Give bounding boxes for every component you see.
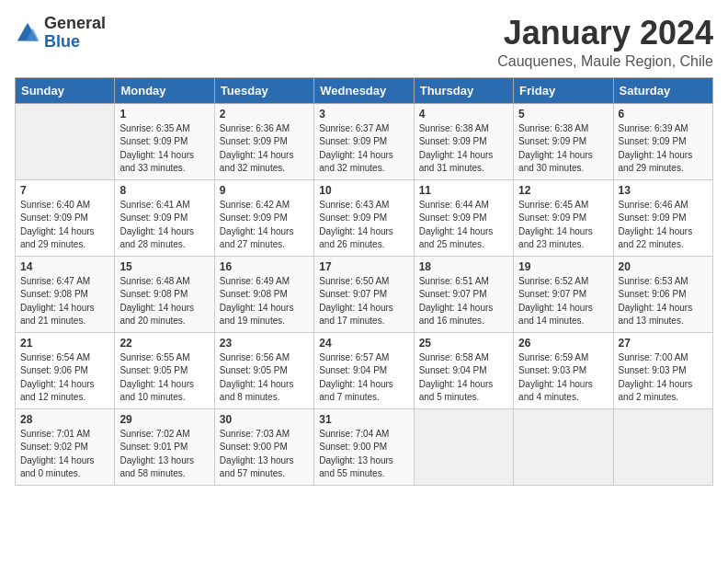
day-cell: 8Sunrise: 6:41 AM Sunset: 9:09 PM Daylig…: [115, 179, 214, 256]
day-number: 10: [319, 184, 408, 197]
day-number: 16: [220, 260, 309, 273]
day-info: Sunrise: 6:55 AM Sunset: 9:05 PM Dayligh…: [119, 351, 209, 405]
day-info: Sunrise: 6:38 AM Sunset: 9:09 PM Dayligh…: [518, 122, 608, 176]
day-number: 28: [20, 413, 109, 426]
week-row-2: 7Sunrise: 6:40 AM Sunset: 9:09 PM Daylig…: [16, 179, 713, 256]
day-info: Sunrise: 6:44 AM Sunset: 9:09 PM Dayligh…: [419, 199, 508, 252]
day-info: Sunrise: 6:38 AM Sunset: 9:09 PM Dayligh…: [419, 122, 508, 176]
logo-icon: [15, 20, 40, 46]
day-number: 29: [119, 413, 209, 426]
day-cell: 24Sunrise: 6:57 AM Sunset: 9:04 PM Dayli…: [314, 332, 414, 408]
day-info: Sunrise: 6:42 AM Sunset: 9:09 PM Dayligh…: [220, 199, 309, 252]
calendar-table: SundayMondayTuesdayWednesdayThursdayFrid…: [15, 77, 713, 486]
day-number: 6: [619, 108, 708, 121]
day-cell: 26Sunrise: 6:59 AM Sunset: 9:03 PM Dayli…: [514, 332, 613, 408]
day-number: 1: [119, 108, 209, 121]
day-number: 5: [518, 108, 608, 121]
day-info: Sunrise: 6:47 AM Sunset: 9:08 PM Dayligh…: [20, 275, 109, 328]
day-info: Sunrise: 6:52 AM Sunset: 9:07 PM Dayligh…: [518, 275, 608, 328]
day-info: Sunrise: 7:00 AM Sunset: 9:03 PM Dayligh…: [619, 351, 708, 405]
day-cell: 6Sunrise: 6:39 AM Sunset: 9:09 PM Daylig…: [613, 103, 712, 179]
day-number: 12: [518, 184, 608, 197]
day-cell: 23Sunrise: 6:56 AM Sunset: 9:05 PM Dayli…: [214, 332, 313, 408]
day-number: 14: [20, 260, 109, 273]
day-info: Sunrise: 6:41 AM Sunset: 9:09 PM Dayligh…: [119, 199, 209, 252]
day-cell: 20Sunrise: 6:53 AM Sunset: 9:06 PM Dayli…: [613, 256, 712, 332]
day-info: Sunrise: 6:45 AM Sunset: 9:09 PM Dayligh…: [518, 199, 608, 252]
col-header-friday: Friday: [514, 77, 613, 103]
day-number: 13: [619, 184, 708, 197]
day-cell: 9Sunrise: 6:42 AM Sunset: 9:09 PM Daylig…: [214, 179, 313, 256]
day-cell: 13Sunrise: 6:46 AM Sunset: 9:09 PM Dayli…: [613, 179, 712, 256]
day-number: 26: [518, 337, 608, 350]
day-number: 8: [119, 184, 209, 197]
day-info: Sunrise: 6:54 AM Sunset: 9:06 PM Dayligh…: [20, 351, 109, 405]
day-cell: 21Sunrise: 6:54 AM Sunset: 9:06 PM Dayli…: [16, 332, 115, 408]
week-row-3: 14Sunrise: 6:47 AM Sunset: 9:08 PM Dayli…: [16, 256, 713, 332]
day-cell: [16, 103, 115, 179]
day-cell: 7Sunrise: 6:40 AM Sunset: 9:09 PM Daylig…: [16, 179, 115, 256]
day-number: 21: [20, 337, 109, 350]
col-header-thursday: Thursday: [414, 77, 513, 103]
day-info: Sunrise: 6:49 AM Sunset: 9:08 PM Dayligh…: [220, 275, 309, 328]
header: General Blue January 2024 Cauquenes, Mau…: [15, 15, 713, 70]
col-header-monday: Monday: [115, 77, 214, 103]
day-info: Sunrise: 6:50 AM Sunset: 9:07 PM Dayligh…: [319, 275, 408, 328]
day-number: 23: [220, 337, 309, 350]
day-cell: [613, 408, 712, 485]
day-number: 18: [419, 260, 508, 273]
week-row-5: 28Sunrise: 7:01 AM Sunset: 9:02 PM Dayli…: [16, 408, 713, 485]
day-cell: 30Sunrise: 7:03 AM Sunset: 9:00 PM Dayli…: [214, 408, 313, 485]
logo-general: General Blue: [44, 15, 106, 52]
week-row-1: 1Sunrise: 6:35 AM Sunset: 9:09 PM Daylig…: [16, 103, 713, 179]
day-cell: 1Sunrise: 6:35 AM Sunset: 9:09 PM Daylig…: [115, 103, 214, 179]
day-cell: 12Sunrise: 6:45 AM Sunset: 9:09 PM Dayli…: [514, 179, 613, 256]
day-number: 2: [220, 108, 309, 121]
day-info: Sunrise: 6:57 AM Sunset: 9:04 PM Dayligh…: [319, 351, 408, 405]
logo: General Blue: [15, 15, 106, 52]
day-info: Sunrise: 6:37 AM Sunset: 9:09 PM Dayligh…: [319, 122, 408, 176]
day-info: Sunrise: 6:43 AM Sunset: 9:09 PM Dayligh…: [319, 199, 408, 252]
day-cell: 2Sunrise: 6:36 AM Sunset: 9:09 PM Daylig…: [214, 103, 313, 179]
day-number: 15: [119, 260, 209, 273]
day-cell: 28Sunrise: 7:01 AM Sunset: 9:02 PM Dayli…: [16, 408, 115, 485]
day-info: Sunrise: 7:04 AM Sunset: 9:00 PM Dayligh…: [319, 428, 408, 481]
day-number: 25: [419, 337, 508, 350]
day-cell: 3Sunrise: 6:37 AM Sunset: 9:09 PM Daylig…: [314, 103, 414, 179]
day-cell: 10Sunrise: 6:43 AM Sunset: 9:09 PM Dayli…: [314, 179, 414, 256]
day-info: Sunrise: 6:53 AM Sunset: 9:06 PM Dayligh…: [619, 275, 708, 328]
day-cell: 31Sunrise: 7:04 AM Sunset: 9:00 PM Dayli…: [314, 408, 414, 485]
day-cell: 16Sunrise: 6:49 AM Sunset: 9:08 PM Dayli…: [214, 256, 313, 332]
col-header-tuesday: Tuesday: [214, 77, 313, 103]
day-info: Sunrise: 6:35 AM Sunset: 9:09 PM Dayligh…: [119, 122, 209, 176]
day-cell: 14Sunrise: 6:47 AM Sunset: 9:08 PM Dayli…: [16, 256, 115, 332]
day-cell: 29Sunrise: 7:02 AM Sunset: 9:01 PM Dayli…: [115, 408, 214, 485]
day-info: Sunrise: 6:39 AM Sunset: 9:09 PM Dayligh…: [619, 122, 708, 176]
calendar-subtitle: Cauquenes, Maule Region, Chile: [497, 53, 713, 70]
day-number: 7: [20, 184, 109, 197]
day-cell: [514, 408, 613, 485]
day-number: 19: [518, 260, 608, 273]
day-number: 4: [419, 108, 508, 121]
day-cell: 25Sunrise: 6:58 AM Sunset: 9:04 PM Dayli…: [414, 332, 513, 408]
week-row-4: 21Sunrise: 6:54 AM Sunset: 9:06 PM Dayli…: [16, 332, 713, 408]
day-number: 11: [419, 184, 508, 197]
title-area: January 2024 Cauquenes, Maule Region, Ch…: [497, 15, 713, 70]
day-cell: 4Sunrise: 6:38 AM Sunset: 9:09 PM Daylig…: [414, 103, 513, 179]
day-number: 9: [220, 184, 309, 197]
day-cell: 15Sunrise: 6:48 AM Sunset: 9:08 PM Dayli…: [115, 256, 214, 332]
day-number: 27: [619, 337, 708, 350]
day-cell: 19Sunrise: 6:52 AM Sunset: 9:07 PM Dayli…: [514, 256, 613, 332]
day-number: 24: [319, 337, 408, 350]
day-info: Sunrise: 7:02 AM Sunset: 9:01 PM Dayligh…: [119, 428, 209, 481]
header-row: SundayMondayTuesdayWednesdayThursdayFrid…: [16, 77, 713, 103]
day-cell: 5Sunrise: 6:38 AM Sunset: 9:09 PM Daylig…: [514, 103, 613, 179]
calendar-title: January 2024: [497, 15, 713, 52]
day-info: Sunrise: 6:48 AM Sunset: 9:08 PM Dayligh…: [119, 275, 209, 328]
day-cell: 18Sunrise: 6:51 AM Sunset: 9:07 PM Dayli…: [414, 256, 513, 332]
day-info: Sunrise: 6:51 AM Sunset: 9:07 PM Dayligh…: [419, 275, 508, 328]
day-info: Sunrise: 6:46 AM Sunset: 9:09 PM Dayligh…: [619, 199, 708, 252]
day-info: Sunrise: 6:56 AM Sunset: 9:05 PM Dayligh…: [220, 351, 309, 405]
day-info: Sunrise: 6:59 AM Sunset: 9:03 PM Dayligh…: [518, 351, 608, 405]
col-header-sunday: Sunday: [16, 77, 115, 103]
